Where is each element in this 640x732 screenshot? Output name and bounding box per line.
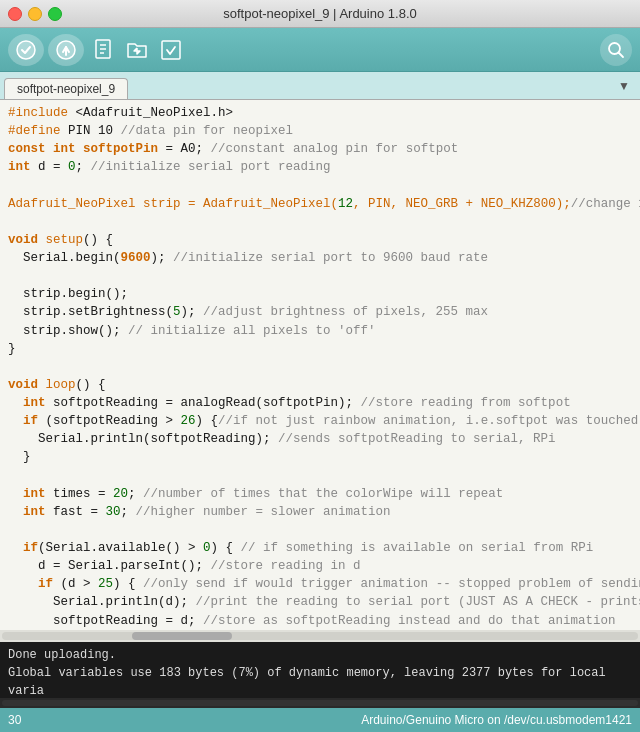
code-line: int fast = 30; //higher number = slower … [0, 503, 640, 521]
code-line: Adafruit_NeoPixel strip = Adafruit_NeoPi… [0, 195, 640, 213]
open-button[interactable] [122, 35, 152, 65]
toolbar [0, 28, 640, 72]
upload-icon [56, 40, 76, 60]
tab-bar: softpot-neopixel_9 ▼ [0, 72, 640, 100]
verify-icon [16, 40, 36, 60]
code-line: strip.setBrightness(5); //adjust brightn… [0, 303, 640, 321]
scrollbar-thumb[interactable] [132, 632, 232, 640]
code-line: #include <Adafruit_NeoPixel.h> [0, 104, 640, 122]
scrollbar-track [2, 632, 638, 640]
svg-rect-7 [162, 41, 180, 59]
code-line: #define PIN 10 //data pin for neopixel [0, 122, 640, 140]
save-icon [160, 39, 182, 61]
tab-label: softpot-neopixel_9 [17, 82, 115, 96]
search-icon [607, 41, 625, 59]
verify-button[interactable] [8, 34, 44, 66]
code-line: int softpotReading = analogRead(softpotP… [0, 394, 640, 412]
open-folder-icon [126, 40, 148, 60]
code-line: strip.show(); // initialize all pixels t… [0, 322, 640, 340]
new-button[interactable] [88, 35, 118, 65]
code-line: } [0, 448, 640, 466]
window-controls [8, 7, 62, 21]
status-board-info: Arduino/Genuino Micro on /dev/cu.usbmode… [361, 713, 632, 727]
console-scrollbar[interactable] [0, 698, 640, 708]
title-bar: softpot-neopixel_9 | Arduino 1.8.0 [0, 0, 640, 28]
code-line: void setup() { [0, 231, 640, 249]
search-button[interactable] [600, 34, 632, 66]
code-line: Serial.println(softpotReading); //sends … [0, 430, 640, 448]
code-line [0, 177, 640, 195]
code-line: } [0, 340, 640, 358]
code-line: if (d > 25) { //only send if would trigg… [0, 575, 640, 593]
code-content: #include <Adafruit_NeoPixel.h>#define PI… [0, 100, 640, 630]
code-line [0, 521, 640, 539]
code-line [0, 213, 640, 231]
editor-area: #include <Adafruit_NeoPixel.h>#define PI… [0, 100, 640, 642]
new-sketch-icon [93, 39, 113, 61]
console-area: Done uploading. Global variables use 183… [0, 642, 640, 708]
console-line-2: Global variables use 183 bytes (7%) of d… [8, 664, 632, 698]
upload-button[interactable] [48, 34, 84, 66]
code-line [0, 358, 640, 376]
console-line-1: Done uploading. [8, 646, 632, 664]
code-line: const int softpotPin = A0; //constant an… [0, 140, 640, 158]
window-title: softpot-neopixel_9 | Arduino 1.8.0 [223, 6, 416, 21]
code-line: d = Serial.parseInt(); //store reading i… [0, 557, 640, 575]
maximize-button[interactable] [48, 7, 62, 21]
save-button[interactable] [156, 35, 186, 65]
console-output: Done uploading. Global variables use 183… [0, 642, 640, 698]
close-button[interactable] [8, 7, 22, 21]
code-line [0, 267, 640, 285]
code-line: softpotReading = d; //store as softpotRe… [0, 612, 640, 630]
status-bar: 30 Arduino/Genuino Micro on /dev/cu.usbm… [0, 708, 640, 732]
code-line: if (softpotReading > 26) {//if not just … [0, 412, 640, 430]
horizontal-scrollbar[interactable] [0, 630, 640, 642]
code-line: Serial.println(d); //print the reading t… [0, 593, 640, 611]
svg-line-9 [619, 52, 624, 57]
code-line: Serial.begin(9600); //initialize serial … [0, 249, 640, 267]
code-container[interactable]: #include <Adafruit_NeoPixel.h>#define PI… [0, 100, 640, 630]
code-line: strip.begin(); [0, 285, 640, 303]
code-line: int d = 0; //initialize serial port read… [0, 158, 640, 176]
minimize-button[interactable] [28, 7, 42, 21]
tab-dropdown-button[interactable]: ▼ [612, 77, 636, 95]
code-line [0, 467, 640, 485]
tab-softpot-neopixel[interactable]: softpot-neopixel_9 [4, 78, 128, 99]
svg-point-0 [17, 41, 35, 59]
console-scroll-track [2, 700, 638, 706]
status-line-number: 30 [8, 713, 21, 727]
code-line: if(Serial.available() > 0) { // if somet… [0, 539, 640, 557]
code-line: int times = 20; //number of times that t… [0, 485, 640, 503]
code-line: void loop() { [0, 376, 640, 394]
